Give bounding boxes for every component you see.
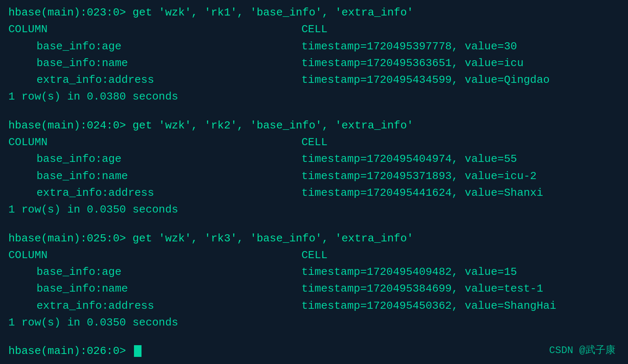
- cell-header-1: CELL: [301, 134, 327, 151]
- col-left-2-1: base_info:name: [8, 280, 301, 297]
- col-right-1-1: timestamp=1720495371893, value=icu-2: [301, 168, 537, 185]
- terminal-content: hbase(main):023:0> get 'wzk', 'rk1', 'ba…: [8, 4, 620, 360]
- header-line-0: COLUMNCELL: [8, 21, 620, 38]
- col-right-0-2: timestamp=1720495434599, value=Qingdao: [301, 72, 550, 88]
- col-left-0-2: extra_info:address: [8, 72, 301, 88]
- header-line-2: COLUMNCELL: [8, 247, 620, 264]
- result-line-2: 1 row(s) in 0.0350 seconds: [8, 314, 620, 331]
- cell-header-2: CELL: [301, 247, 327, 264]
- col-left-1-2: extra_info:address: [8, 185, 301, 201]
- data-row-0-2: extra_info:addresstimestamp=172049543459…: [8, 72, 620, 88]
- spacer-0: [8, 105, 620, 117]
- data-row-0-0: base_info:agetimestamp=1720495397778, va…: [8, 38, 620, 55]
- spacer-1: [8, 218, 620, 230]
- next-prompt-text: hbase(main):026:0>: [8, 345, 132, 357]
- column-header-1: COLUMN: [8, 134, 301, 151]
- column-header-2: COLUMN: [8, 247, 301, 264]
- data-row-1-2: extra_info:addresstimestamp=172049544162…: [8, 185, 620, 201]
- data-row-1-0: base_info:agetimestamp=1720495404974, va…: [8, 151, 620, 167]
- command-line-2: hbase(main):025:0> get 'wzk', 'rk3', 'ba…: [8, 230, 620, 247]
- data-row-2-0: base_info:agetimestamp=1720495409482, va…: [8, 264, 620, 280]
- col-left-2-2: extra_info:address: [8, 297, 301, 314]
- header-line-1: COLUMNCELL: [8, 134, 620, 151]
- col-right-0-1: timestamp=1720495363651, value=icu: [301, 55, 524, 72]
- col-right-1-0: timestamp=1720495404974, value=55: [301, 151, 517, 167]
- col-left-0-1: base_info:name: [8, 55, 301, 72]
- watermark: CSDN @武子康: [549, 343, 615, 356]
- data-row-1-1: base_info:nametimestamp=1720495371893, v…: [8, 168, 620, 185]
- data-row-0-1: base_info:nametimestamp=1720495363651, v…: [8, 55, 620, 72]
- spacer-2: [8, 331, 620, 343]
- col-right-2-0: timestamp=1720495409482, value=15: [301, 264, 517, 280]
- cell-header-0: CELL: [301, 21, 327, 38]
- col-left-1-1: base_info:name: [8, 168, 301, 185]
- col-right-2-2: timestamp=1720495450362, value=ShangHai: [301, 297, 556, 314]
- command-line-0: hbase(main):023:0> get 'wzk', 'rk1', 'ba…: [8, 4, 620, 21]
- result-line-0: 1 row(s) in 0.0380 seconds: [8, 88, 620, 105]
- command-line-1: hbase(main):024:0> get 'wzk', 'rk2', 'ba…: [8, 117, 620, 134]
- col-right-0-0: timestamp=1720495397778, value=30: [301, 38, 517, 55]
- col-left-0-0: base_info:age: [8, 38, 301, 55]
- result-line-1: 1 row(s) in 0.0350 seconds: [8, 201, 620, 218]
- col-left-1-0: base_info:age: [8, 151, 301, 167]
- col-right-1-2: timestamp=1720495441624, value=Shanxi: [301, 185, 543, 201]
- data-row-2-2: extra_info:addresstimestamp=172049545036…: [8, 297, 620, 314]
- col-left-2-0: base_info:age: [8, 264, 301, 280]
- cursor: [134, 345, 142, 357]
- next-prompt-line: hbase(main):026:0>: [8, 343, 620, 359]
- data-row-2-1: base_info:nametimestamp=1720495384699, v…: [8, 280, 620, 297]
- col-right-2-1: timestamp=1720495384699, value=test-1: [301, 280, 543, 297]
- column-header-0: COLUMN: [8, 21, 301, 38]
- terminal-window: hbase(main):023:0> get 'wzk', 'rk1', 'ba…: [0, 0, 628, 364]
